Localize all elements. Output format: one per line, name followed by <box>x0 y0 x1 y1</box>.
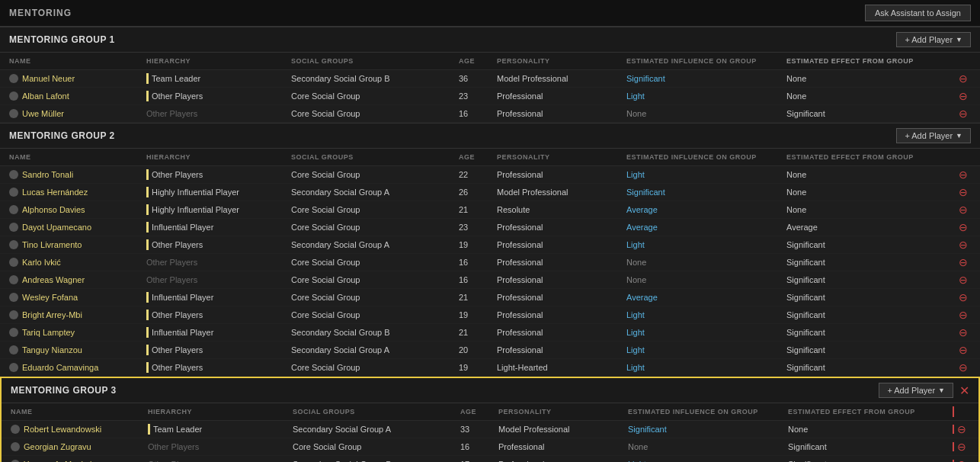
hierarchy-bar <box>146 239 149 250</box>
table-row: Dayot Upamecano Influential Player Core … <box>0 219 980 236</box>
player-name[interactable]: Lucas Hernández <box>9 188 146 197</box>
col-personality: PERSONALITY <box>498 406 628 417</box>
remove-btn[interactable]: ⊖ <box>956 274 971 286</box>
personality-cell: Resolute <box>497 205 626 214</box>
add-player-group2-btn[interactable]: + Add Player ▼ <box>896 128 971 143</box>
personality-cell: Professional <box>497 275 626 284</box>
effect-cell: Significant <box>786 363 956 372</box>
remove-btn[interactable]: ⊖ <box>956 72 971 85</box>
col-social: SOCIAL GROUPS <box>293 406 460 417</box>
col-hierarchy: HIERARCHY <box>146 152 291 162</box>
hierarchy-cell: Other Players <box>146 345 291 355</box>
player-name[interactable]: Tino Livramento <box>9 240 146 249</box>
col-age: AGE <box>459 56 497 66</box>
assistant-btn[interactable]: Ask Assistant to Assign <box>865 5 971 21</box>
effect-cell: Significant <box>786 293 956 302</box>
remove-btn[interactable]: ⊖ <box>956 221 971 233</box>
player-avatar <box>9 223 18 232</box>
remove-btn[interactable]: ⊖ <box>956 107 971 120</box>
hierarchy-cell: Other Players <box>146 310 291 320</box>
player-avatar <box>9 91 18 101</box>
close-group3-icon[interactable]: ✕ <box>959 383 969 398</box>
player-name[interactable]: Alban Lafont <box>9 91 146 101</box>
group2-header: MENTORING GROUP 2 + Add Player ▼ <box>0 123 980 149</box>
remove-btn[interactable]: ⊖ <box>956 291 971 303</box>
age-cell: 20 <box>459 345 497 355</box>
influence-cell: Significant <box>626 188 786 197</box>
remove-btn[interactable]: ⊖ <box>956 239 971 251</box>
player-name[interactable]: Eduardo Camavinga <box>9 363 146 372</box>
remove-btn[interactable]: ⊖ <box>956 326 971 338</box>
table-row: Alphonso Davies Highly Influential Playe… <box>0 201 980 219</box>
player-name[interactable]: Dayot Upamecano <box>9 223 146 232</box>
influence-cell: Light <box>626 91 786 101</box>
col-effect: ESTIMATED EFFECT FROM GROUP <box>786 152 956 162</box>
table-row: Tino Livramento Other Players Secondary … <box>0 236 980 254</box>
add-player-group1-btn[interactable]: + Add Player ▼ <box>896 32 971 47</box>
col-hierarchy: HIERARCHY <box>146 56 291 66</box>
remove-btn[interactable]: ⊖ <box>954 423 969 435</box>
player-name[interactable]: Wesley Fofana <box>9 293 146 302</box>
player-avatar <box>9 109 18 118</box>
hierarchy-cell: Other Players <box>146 239 291 250</box>
table-row: Uwe Müller Other Players Core Social Gro… <box>0 105 980 123</box>
hierarchy-cell: Other Players <box>146 275 291 284</box>
col-personality: PERSONALITY <box>497 56 626 66</box>
effect-cell: Significant <box>786 275 956 284</box>
player-name[interactable]: Georgian Zugravu <box>11 442 148 451</box>
effect-cell: None <box>786 170 956 179</box>
age-cell: 23 <box>459 223 497 232</box>
table-row: Tanguy Nianzou Other Players Secondary S… <box>0 342 980 359</box>
influence-cell: Average <box>626 205 786 214</box>
group2-col-headers: NAME HIERARCHY SOCIAL GROUPS AGE PERSONA… <box>0 149 980 166</box>
age-cell: 23 <box>459 91 497 101</box>
age-cell: 19 <box>459 363 497 372</box>
add-player-group3-btn[interactable]: + Add Player ▼ <box>879 383 953 398</box>
influence-cell: Light <box>626 328 786 337</box>
player-name[interactable]: Uwe Müller <box>9 109 146 118</box>
hierarchy-cell: Other Players <box>146 91 291 101</box>
effect-cell: None <box>788 425 954 434</box>
group3-header: MENTORING GROUP 3 + Add Player ▼ ✕ <box>2 378 978 403</box>
col-name: NAME <box>11 406 148 417</box>
remove-btn[interactable]: ⊖ <box>956 204 971 216</box>
col-remove <box>956 152 971 162</box>
player-name[interactable]: Tariq Lamptey <box>9 328 146 337</box>
remove-btn[interactable]: ⊖ <box>956 256 971 268</box>
remove-btn[interactable]: ⊖ <box>956 309 971 321</box>
player-name[interactable]: Bright Arrey-Mbi <box>9 310 146 319</box>
influence-cell: Light <box>626 345 786 355</box>
player-name[interactable]: Karlo Ivkić <box>9 258 146 267</box>
player-name[interactable]: Alphonso Davies <box>9 205 146 214</box>
mentoring-group-3: MENTORING GROUP 3 + Add Player ▼ ✕ NAME … <box>0 377 980 462</box>
table-row: Karlo Ivkić Other Players Core Social Gr… <box>0 254 980 271</box>
remove-btn[interactable]: ⊖ <box>954 441 969 453</box>
hierarchy-cell: Influential Player <box>146 327 291 338</box>
remove-btn[interactable]: ⊖ <box>956 344 971 356</box>
hierarchy-bar <box>146 345 149 355</box>
player-name[interactable]: Tanguy Nianzou <box>9 345 146 355</box>
chevron-down-icon: ▼ <box>956 132 962 140</box>
remove-btn[interactable]: ⊖ <box>956 90 971 102</box>
player-name[interactable]: Robert Lewandowski <box>11 425 148 434</box>
col-personality: PERSONALITY <box>497 152 626 162</box>
hierarchy-bar <box>146 362 149 373</box>
age-cell: 16 <box>459 258 497 267</box>
influence-cell: None <box>626 109 786 118</box>
table-row: Sandro Tonali Other Players Core Social … <box>0 166 980 184</box>
social-group-cell: Core Social Group <box>293 442 460 451</box>
age-cell: 19 <box>459 310 497 319</box>
hierarchy-bar <box>146 91 149 101</box>
social-group-cell: Core Social Group <box>291 223 459 232</box>
remove-btn[interactable]: ⊖ <box>956 186 971 198</box>
remove-btn[interactable]: ⊖ <box>954 458 969 462</box>
player-name[interactable]: Sandro Tonali <box>9 170 146 179</box>
remove-btn[interactable]: ⊖ <box>956 361 971 374</box>
effect-cell: Significant <box>786 258 956 267</box>
col-social: SOCIAL GROUPS <box>291 152 459 162</box>
personality-cell: Professional <box>497 328 626 337</box>
hierarchy-cell: Other Players <box>148 442 293 451</box>
remove-btn[interactable]: ⊖ <box>956 168 971 181</box>
player-name[interactable]: Andreas Wagner <box>9 275 146 284</box>
player-name[interactable]: Manuel Neuer <box>9 74 146 83</box>
